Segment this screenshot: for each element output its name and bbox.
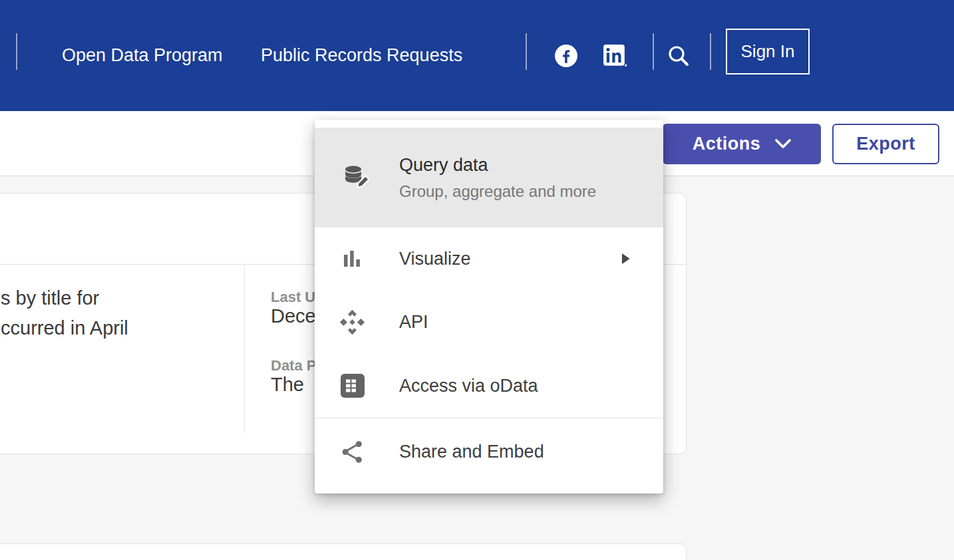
nav-divider [16, 33, 17, 70]
nav-link-open-data-program[interactable]: Open Data Program [62, 0, 223, 111]
menu-item-query-data[interactable]: Query data Group, aggregate and more [315, 128, 663, 227]
actions-button[interactable]: Actions [663, 124, 821, 164]
chevron-down-icon [775, 139, 791, 149]
menu-item-label: API [399, 312, 428, 333]
nav-link-label: Open Data Program [62, 45, 223, 66]
nav-divider [653, 33, 654, 70]
menu-item-share[interactable]: Share and Embed [315, 418, 663, 485]
description-line: ccurred in April [1, 313, 128, 343]
metadata-value: Dece [271, 305, 316, 327]
export-button[interactable]: Export [832, 124, 939, 164]
menu-item-title: Query data [399, 155, 488, 176]
nav-link-label: Public Records Requests [261, 45, 462, 66]
header: Open Data Program Public Records Request… [0, 0, 954, 111]
menu-item-label: Visualize [399, 249, 471, 269]
menu-item-label: Access via oData [399, 376, 538, 396]
nav-divider [526, 33, 527, 70]
description-line: s by title for [1, 283, 128, 313]
search-icon[interactable] [666, 0, 691, 111]
menu-item-api[interactable]: API [315, 290, 663, 354]
share-icon [341, 440, 364, 464]
menu-item-odata[interactable]: Access via oData [315, 354, 663, 418]
metadata-value: The [271, 374, 304, 396]
submenu-arrow-icon [621, 253, 630, 265]
column-divider [244, 265, 245, 434]
nav-link-public-records-requests[interactable]: Public Records Requests [261, 0, 462, 111]
actions-menu: Query data Group, aggregate and more Vis… [315, 120, 663, 493]
actions-button-label: Actions [693, 134, 761, 154]
dataset-description: s by title for ccurred in April [1, 283, 128, 343]
metadata-label: Data P [271, 357, 316, 374]
linkedin-icon[interactable] [603, 0, 627, 111]
facebook-icon[interactable] [555, 0, 577, 111]
menu-item-label: Share and Embed [399, 442, 544, 462]
database-edit-icon [342, 163, 371, 192]
sign-in-button[interactable]: Sign In [726, 29, 810, 74]
bottom-card [0, 543, 687, 560]
table-grid-icon [341, 374, 365, 398]
page: Open Data Program Public Records Request… [0, 0, 954, 560]
nav-divider [710, 33, 711, 70]
menu-item-subtitle: Group, aggregate and more [399, 182, 596, 201]
metadata-label: Last U [271, 289, 315, 306]
bar-chart-icon [342, 249, 362, 269]
menu-item-visualize[interactable]: Visualize [315, 227, 663, 290]
api-icon [339, 309, 366, 336]
